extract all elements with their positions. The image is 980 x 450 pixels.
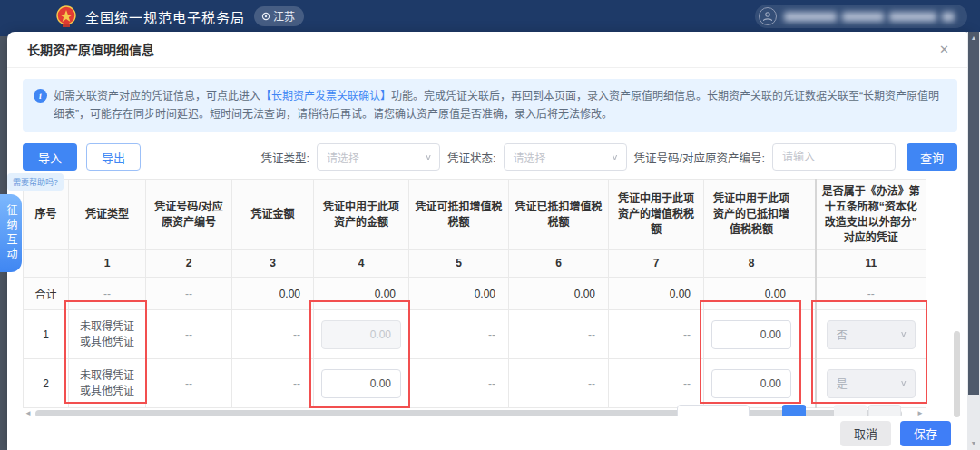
- row-voucher-no: --: [146, 310, 232, 359]
- capitalized-value: 否: [837, 327, 848, 342]
- row-voucher-type: 未取得凭证或其他凭证: [69, 359, 146, 408]
- page-vertical-scrollbar[interactable]: ▲ ▼: [967, 32, 980, 450]
- row-capitalized-cell: 是 ∨: [816, 359, 926, 408]
- col-header-voucher-type: 凭证类型: [69, 180, 146, 250]
- capitalized-value: 是: [837, 376, 848, 391]
- col-num: 7: [609, 250, 704, 278]
- top-navigation-bar: 全国统一规范电子税务局 江苏: [0, 0, 980, 36]
- row-seq: 2: [24, 359, 69, 408]
- total-deductible-vat: 0.00: [409, 278, 509, 310]
- row-deductible-vat: --: [409, 310, 509, 359]
- col-num: 3: [232, 250, 314, 278]
- total-used-amount: 0.00: [314, 278, 409, 310]
- total-asset-deducted-vat: 0.00: [704, 278, 799, 310]
- filter-group: 凭证类型: 请选择 ∨ 凭证状态: 请选择 ∨ 凭证号码/对应原资产编号: 查询: [261, 143, 957, 171]
- table-header-row: 序号 凭证类型 凭证号码/对应原资产编号 凭证金额 凭证中用于此项资产的金额 凭…: [24, 180, 926, 250]
- export-button[interactable]: 导出: [86, 143, 141, 171]
- total-amount: 0.00: [232, 278, 314, 310]
- used-amount-input[interactable]: [321, 320, 401, 349]
- voucher-table: 序号 凭证类型 凭证号码/对应原资产编号 凭证金额 凭证中用于此项资产的金额 凭…: [23, 179, 926, 408]
- voucher-no-input[interactable]: [772, 143, 896, 171]
- total-capitalized: --: [816, 278, 926, 310]
- row-voucher-type: 未取得凭证或其他凭证: [69, 310, 146, 359]
- col-header-used-amount: 凭证中用于此项资产的金额: [314, 180, 409, 250]
- asset-deducted-vat-input[interactable]: [711, 369, 791, 398]
- col-num: 11: [816, 250, 926, 278]
- col-num: 6: [509, 250, 609, 278]
- row-voucher-no: --: [146, 359, 232, 408]
- asset-detail-modal: 长期资产原值明细信息 ✕ i 如需关联资产对应的凭证信息，可点此进入【长期资产发…: [7, 32, 973, 450]
- invoice-association-link[interactable]: 【长期资产发票关联确认】: [260, 90, 391, 103]
- col-num: [799, 250, 816, 278]
- col-header-asset-deducted-vat: 凭证中用于此项资产的已抵扣增值税税额: [704, 180, 799, 250]
- scroll-up-icon[interactable]: ▲: [967, 34, 980, 41]
- column-number-row: 1 2 3 4 5 6 7 8 11: [24, 250, 926, 278]
- row-amount: --: [232, 310, 314, 359]
- table-row: 2 未取得凭证或其他凭证 -- -- -- -- --: [24, 359, 926, 408]
- row-clipped-cell: [799, 359, 816, 408]
- col-header-asset-vat: 凭证中用于此项资产的增值税税额: [609, 180, 704, 250]
- voucher-no-label: 凭证号码/对应原资产编号:: [634, 149, 765, 166]
- col-num: 1: [69, 250, 146, 278]
- capitalized-select[interactable]: 否 ∨: [827, 320, 916, 349]
- col-header-clipped: [799, 180, 816, 250]
- col-header-voucher-no: 凭证号码/对应原资产编号: [146, 180, 232, 250]
- col-header-amount: 凭证金额: [232, 180, 314, 250]
- total-voucher-no: --: [146, 278, 232, 310]
- modal-vertical-scrollbar-thumb[interactable]: [954, 331, 960, 417]
- row-asset-vat: --: [609, 359, 704, 408]
- asset-deducted-vat-input[interactable]: [711, 320, 791, 349]
- query-button[interactable]: 查询: [906, 143, 957, 171]
- notice-banner: i 如需关联资产对应的凭证信息，可点此进入【长期资产发票关联确认】功能。完成凭证…: [23, 79, 957, 132]
- row-asset-vat: --: [609, 310, 704, 359]
- row-seq: 1: [24, 310, 69, 359]
- national-emblem-icon: [54, 5, 78, 28]
- voucher-type-label: 凭证类型:: [261, 149, 309, 166]
- row-deducted-vat: --: [509, 310, 609, 359]
- page-scrollbar-thumb[interactable]: [968, 32, 979, 395]
- row-deductible-vat: --: [409, 359, 509, 408]
- close-icon[interactable]: ✕: [939, 43, 949, 57]
- col-header-deducted-vat: 凭证已抵扣增值税税额: [509, 180, 609, 250]
- save-button[interactable]: 保存: [900, 421, 951, 446]
- total-label: 合计: [24, 278, 69, 310]
- voucher-type-select[interactable]: 请选择 ∨: [317, 143, 440, 171]
- col-num: 5: [409, 250, 509, 278]
- chevron-down-icon: ∨: [425, 152, 432, 161]
- voucher-table-container: 序号 凭证类型 凭证号码/对应原资产编号 凭证金额 凭证中用于此项资产的金额 凭…: [23, 179, 926, 408]
- user-account-pill[interactable]: [755, 5, 967, 28]
- row-asset-deducted-vat-cell: [704, 310, 799, 359]
- location-pill[interactable]: 江苏: [254, 6, 304, 26]
- interaction-tab[interactable]: 征纳互动: [0, 194, 22, 272]
- col-num: 2: [146, 250, 232, 278]
- redacted-username: [784, 12, 955, 22]
- scroll-down-icon[interactable]: ▼: [967, 440, 980, 446]
- chevron-down-icon: ∨: [900, 329, 907, 338]
- chevron-down-icon: ∨: [611, 152, 618, 161]
- capitalized-select[interactable]: 是 ∨: [827, 369, 916, 398]
- total-asset-vat: 0.00: [609, 278, 704, 310]
- row-asset-deducted-vat-cell: [704, 359, 799, 408]
- table-total-row: 合计 -- -- 0.00 0.00 0.00 0.00 0.00 0.00 -…: [24, 278, 926, 310]
- notice-text-pre: 如需关联资产对应的凭证信息，可点此进入: [54, 90, 260, 103]
- used-amount-input[interactable]: [321, 369, 401, 398]
- col-header-deductible-vat: 凭证可抵扣增值税税额: [409, 180, 509, 250]
- row-amount: --: [232, 359, 314, 408]
- total-voucher-type: --: [69, 278, 146, 310]
- modal-footer: 取消 保存: [7, 416, 973, 450]
- voucher-status-select[interactable]: 请选择 ∨: [504, 143, 627, 171]
- toolbar: 导入 导出 凭证类型: 请选择 ∨ 凭证状态: 请选择 ∨ 凭证号码/对应原资产…: [23, 142, 957, 171]
- import-button[interactable]: 导入: [23, 143, 77, 171]
- row-clipped-cell: [799, 310, 816, 359]
- help-tooltip: 需要帮助吗?: [7, 173, 64, 191]
- app-title: 全国统一规范电子税务局: [85, 7, 245, 26]
- col-num: 4: [314, 250, 409, 278]
- col-header-capitalized: 是否属于《办法》第十五条所称“资本化改造支出以外部分”对应的凭证: [816, 180, 926, 250]
- table-row: 1 未取得凭证或其他凭证 -- -- -- -- --: [24, 310, 926, 359]
- row-used-amount-cell: [314, 310, 409, 359]
- col-num: 8: [704, 250, 799, 278]
- cancel-button[interactable]: 取消: [840, 421, 891, 446]
- modal-title: 长期资产原值明细信息: [7, 32, 973, 68]
- total-clipped-cell: [799, 278, 816, 310]
- user-avatar-icon: [759, 7, 777, 25]
